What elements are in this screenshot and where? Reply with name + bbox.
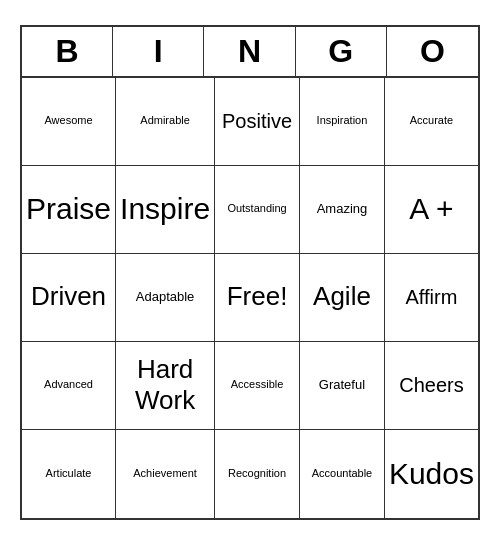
header-letter: O [387, 27, 478, 76]
header-letter: B [22, 27, 113, 76]
bingo-cell: Driven [22, 254, 116, 342]
bingo-cell: Amazing [300, 166, 385, 254]
bingo-cell: Hard Work [116, 342, 215, 430]
bingo-cell: Praise [22, 166, 116, 254]
bingo-cell: Inspire [116, 166, 215, 254]
bingo-cell: Kudos [385, 430, 478, 518]
bingo-cell: Accurate [385, 78, 478, 166]
bingo-cell: A + [385, 166, 478, 254]
bingo-cell: Recognition [215, 430, 300, 518]
bingo-cell: Advanced [22, 342, 116, 430]
bingo-cell: Affirm [385, 254, 478, 342]
bingo-cell: Grateful [300, 342, 385, 430]
bingo-cell: Articulate [22, 430, 116, 518]
bingo-cell: Accessible [215, 342, 300, 430]
bingo-card: BINGO AwesomeAdmirablePositiveInspiratio… [20, 25, 480, 520]
bingo-cell: Agile [300, 254, 385, 342]
bingo-cell: Outstanding [215, 166, 300, 254]
bingo-cell: Inspiration [300, 78, 385, 166]
header-letter: I [113, 27, 204, 76]
bingo-cell: Awesome [22, 78, 116, 166]
bingo-cell: Positive [215, 78, 300, 166]
bingo-header: BINGO [22, 27, 478, 78]
header-letter: G [296, 27, 387, 76]
bingo-cell: Adaptable [116, 254, 215, 342]
bingo-cell: Admirable [116, 78, 215, 166]
bingo-cell: Free! [215, 254, 300, 342]
bingo-grid: AwesomeAdmirablePositiveInspirationAccur… [22, 78, 478, 518]
bingo-cell: Achievement [116, 430, 215, 518]
bingo-cell: Cheers [385, 342, 478, 430]
bingo-cell: Accountable [300, 430, 385, 518]
header-letter: N [204, 27, 295, 76]
